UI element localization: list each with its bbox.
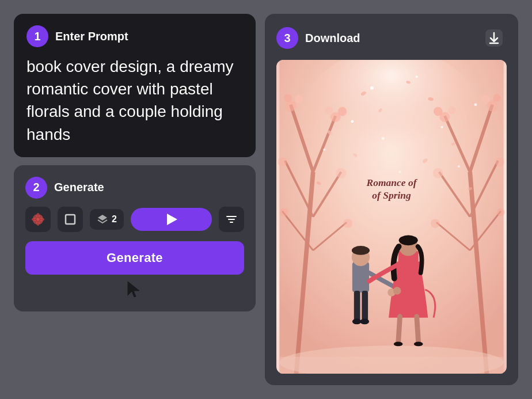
svg-point-35 bbox=[325, 107, 333, 115]
svg-rect-71 bbox=[279, 357, 503, 374]
svg-point-31 bbox=[285, 100, 296, 111]
right-panel: 3 Download bbox=[265, 14, 518, 385]
generate-button[interactable]: Generate bbox=[25, 241, 244, 275]
style-icon-button[interactable] bbox=[25, 207, 51, 232]
svg-point-68 bbox=[382, 137, 385, 140]
prompt-header: 1 Enter Prompt bbox=[26, 25, 243, 47]
svg-rect-72 bbox=[352, 261, 369, 292]
cursor-icon bbox=[126, 279, 144, 300]
generate-card: 2 Generate bbox=[14, 165, 256, 311]
svg-point-36 bbox=[338, 107, 347, 116]
svg-point-32 bbox=[295, 94, 304, 104]
svg-point-38 bbox=[336, 168, 347, 178]
download-header: 3 Download bbox=[276, 25, 507, 51]
step1-badge: 1 bbox=[26, 25, 48, 47]
svg-rect-76 bbox=[362, 291, 368, 322]
svg-point-85 bbox=[393, 287, 401, 295]
flower-icon bbox=[31, 212, 45, 227]
svg-point-48 bbox=[433, 168, 443, 178]
svg-point-69 bbox=[399, 171, 401, 173]
svg-point-40 bbox=[343, 219, 352, 228]
svg-point-77 bbox=[352, 319, 362, 325]
layers-count: 2 bbox=[112, 214, 117, 225]
app-container: 1 Enter Prompt book cover design, a drea… bbox=[0, 0, 532, 399]
download-header-left: 3 Download bbox=[276, 27, 360, 49]
svg-point-62 bbox=[416, 75, 418, 78]
svg-point-43 bbox=[493, 94, 501, 102]
prompt-text[interactable]: book cover design, a dreamy romantic cov… bbox=[26, 55, 243, 146]
prompt-title: Enter Prompt bbox=[55, 30, 128, 43]
svg-point-49 bbox=[497, 208, 505, 216]
svg-point-78 bbox=[360, 319, 370, 325]
svg-point-65 bbox=[474, 103, 477, 106]
play-icon bbox=[167, 214, 177, 225]
svg-point-42 bbox=[481, 94, 491, 104]
svg-text:Romance of: Romance of bbox=[366, 177, 417, 188]
generate-title: Generate bbox=[54, 181, 104, 194]
download-arrow-icon bbox=[484, 28, 504, 48]
left-panel: 1 Enter Prompt book cover design, a drea… bbox=[14, 14, 256, 385]
square-icon bbox=[64, 213, 77, 226]
svg-point-39 bbox=[280, 208, 288, 216]
svg-point-61 bbox=[370, 86, 374, 90]
aspect-ratio-button[interactable] bbox=[58, 207, 83, 232]
svg-point-47 bbox=[495, 157, 504, 166]
generate-controls: 2 bbox=[25, 207, 244, 232]
svg-point-46 bbox=[434, 107, 443, 116]
svg-point-64 bbox=[441, 126, 443, 128]
prompt-card: 1 Enter Prompt book cover design, a drea… bbox=[14, 14, 256, 157]
svg-rect-9 bbox=[66, 215, 75, 224]
book-cover-illustration: Romance of of Spring bbox=[276, 60, 507, 374]
svg-point-45 bbox=[448, 107, 456, 115]
svg-point-74 bbox=[352, 246, 370, 255]
download-button[interactable] bbox=[481, 25, 507, 51]
svg-point-81 bbox=[399, 235, 418, 246]
filter-button[interactable] bbox=[219, 207, 244, 232]
filter-icon bbox=[225, 213, 238, 226]
cursor-indicator bbox=[25, 279, 244, 300]
step3-badge: 3 bbox=[276, 27, 298, 49]
svg-point-82 bbox=[394, 342, 403, 347]
svg-point-83 bbox=[414, 342, 423, 347]
svg-point-66 bbox=[323, 149, 325, 151]
play-button[interactable] bbox=[131, 208, 212, 231]
layers-control[interactable]: 2 bbox=[90, 209, 124, 230]
generate-header: 2 Generate bbox=[25, 177, 244, 199]
layers-icon bbox=[97, 214, 108, 225]
svg-point-37 bbox=[278, 157, 287, 166]
svg-point-63 bbox=[351, 120, 354, 123]
svg-rect-75 bbox=[354, 291, 360, 322]
svg-point-50 bbox=[431, 219, 440, 228]
download-title: Download bbox=[305, 32, 360, 45]
svg-point-33 bbox=[284, 94, 292, 102]
book-cover-preview: Romance of of Spring bbox=[276, 60, 507, 374]
step2-badge: 2 bbox=[25, 177, 47, 199]
svg-text:of Spring: of Spring bbox=[372, 189, 411, 201]
svg-point-67 bbox=[458, 165, 460, 168]
